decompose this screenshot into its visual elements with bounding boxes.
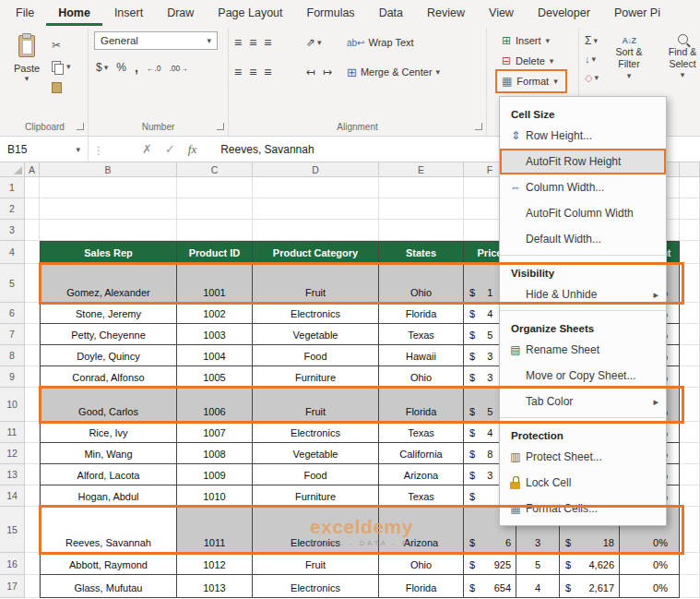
tab-formulas[interactable]: Formulas (295, 0, 367, 26)
grid-cell[interactable] (25, 575, 40, 598)
cell-C16[interactable]: 1012 (177, 553, 253, 575)
align-top-button[interactable] (234, 35, 242, 50)
grid-cell[interactable] (25, 241, 40, 264)
cell-B10[interactable]: Good, Carlos (40, 388, 177, 422)
cell-B12[interactable]: Min, Wang (40, 443, 177, 464)
cell-E16[interactable]: Ohio (379, 553, 464, 575)
grid-cell[interactable] (177, 177, 253, 198)
row-header-4[interactable]: 4 (0, 241, 25, 264)
grid-cell[interactable] (379, 198, 464, 220)
clear-button[interactable]: ▾ (585, 70, 599, 85)
cell-E17[interactable]: Florida (379, 575, 464, 598)
tab-insert[interactable]: Insert (102, 0, 155, 26)
cell-E5[interactable]: Ohio (379, 264, 464, 303)
paste-button[interactable]: Paste ▾ (7, 31, 46, 95)
tab-data[interactable]: Data (367, 0, 415, 26)
grid-cell[interactable] (40, 220, 177, 241)
cell-C9[interactable]: 1005 (177, 366, 253, 388)
grid-cell[interactable] (680, 220, 700, 241)
menu-item-autofit-column-width[interactable]: AutoFit Column Width (500, 200, 666, 226)
cell-D7[interactable]: Vegetable (253, 324, 379, 345)
fill-button[interactable]: ▾ (585, 52, 599, 66)
increase-indent-button[interactable] (323, 65, 332, 79)
percent-style-button[interactable] (116, 60, 126, 75)
menu-item-row-height[interactable]: Row Height... (500, 123, 666, 149)
cell-C15[interactable]: 1011 (177, 507, 253, 553)
row-header-3[interactable]: 3 (0, 220, 25, 241)
cell-E13[interactable]: Arizona (379, 464, 464, 485)
cell-D17[interactable]: Electronics (253, 575, 379, 598)
insert-button[interactable]: Insert▾ (498, 31, 564, 50)
cell-C17[interactable]: 1013 (177, 575, 253, 598)
row-header-1[interactable]: 1 (0, 177, 25, 198)
comma-style-button[interactable] (135, 60, 138, 75)
name-box[interactable]: B15 ▾ (0, 137, 89, 162)
column-header-a[interactable]: A (25, 162, 40, 177)
row-header-8[interactable]: 8 (0, 345, 25, 366)
row-header-13[interactable]: 13 (0, 464, 25, 485)
grid-cell[interactable] (25, 443, 40, 464)
align-middle-button[interactable] (249, 35, 256, 50)
grid-cell[interactable] (680, 464, 700, 485)
tab-power-pi[interactable]: Power Pi (602, 0, 672, 26)
cell-E10[interactable]: Florida (379, 388, 464, 422)
grid-cell[interactable] (680, 241, 700, 264)
sort-filter-button[interactable]: Sort & Filter▾ (606, 31, 652, 85)
tab-home[interactable]: Home (46, 0, 102, 26)
grid-cell[interactable] (177, 198, 253, 220)
grid-cell[interactable] (680, 264, 700, 303)
menu-item-lock-cell[interactable]: Lock Cell (500, 470, 666, 496)
cell-B8[interactable]: Doyle, Quincy (40, 345, 177, 366)
cell-E9[interactable]: Ohio (379, 366, 464, 388)
menu-item-rename-sheet[interactable]: Rename Sheet (500, 337, 666, 363)
tab-draw[interactable]: Draw (155, 0, 206, 26)
row-header-16[interactable]: 16 (0, 553, 25, 575)
accounting-format-button[interactable]: ▾ (96, 60, 108, 75)
row-header-2[interactable]: 2 (0, 198, 25, 220)
cell-C11[interactable]: 1007 (177, 422, 253, 443)
grid-cell[interactable] (680, 485, 700, 507)
cell-E11[interactable]: Texas (379, 422, 464, 443)
grid-cell[interactable] (25, 198, 40, 220)
select-all-corner[interactable] (0, 162, 25, 177)
grid-cell[interactable] (680, 177, 700, 198)
decrease-indent-button[interactable] (306, 65, 315, 79)
grid-cell[interactable] (25, 464, 40, 485)
grid-cell[interactable] (25, 507, 40, 553)
row-header-17[interactable]: 17 (0, 575, 25, 598)
cell-C10[interactable]: 1006 (177, 388, 253, 422)
grid-cell[interactable] (379, 177, 464, 198)
cell-F16[interactable]: $925 (464, 553, 516, 575)
grid-cell[interactable] (40, 198, 177, 220)
cell-H17[interactable]: $2,617 (560, 575, 620, 598)
cell-E12[interactable]: California (379, 443, 464, 464)
cell-B9[interactable]: Conrad, Alfonso (40, 366, 177, 388)
cell-I17[interactable]: 0% (620, 575, 680, 598)
clipboard-dialog-launcher[interactable] (77, 123, 84, 130)
cell-D14[interactable]: Furniture (253, 485, 379, 507)
cell-B17[interactable]: Glass, Mufutau (40, 575, 177, 598)
alignment-dialog-launcher[interactable] (475, 123, 482, 130)
active-cell[interactable]: Reeves, Savannah (40, 507, 177, 553)
menu-item-column-width[interactable]: Column Width... (500, 174, 666, 200)
cell-C7[interactable]: 1003 (177, 324, 253, 345)
wrap-text-button[interactable]: Wrap Text (347, 37, 481, 48)
align-left-button[interactable] (234, 65, 242, 79)
grid-cell[interactable] (25, 324, 40, 345)
grid-cell[interactable] (680, 575, 700, 598)
cell-D5[interactable]: Fruit (253, 264, 379, 303)
format-painter-button[interactable] (52, 80, 71, 95)
row-header-15[interactable]: 15 (0, 507, 25, 553)
grid-cell[interactable] (680, 443, 700, 464)
cell-C5[interactable]: 1001 (177, 264, 253, 303)
cell-D6[interactable]: Electronics (253, 303, 379, 324)
grid-cell[interactable] (25, 422, 40, 443)
menu-item-protect-sheet[interactable]: Protect Sheet... (500, 444, 666, 470)
grid-cell[interactable] (40, 177, 177, 198)
grid-cell[interactable] (680, 198, 700, 220)
grid-cell[interactable] (25, 366, 40, 388)
grid-cell[interactable] (379, 220, 464, 241)
grid-cell[interactable] (25, 345, 40, 366)
grid-cell[interactable] (25, 177, 40, 198)
merge-center-button[interactable]: Merge & Center▾ (347, 66, 481, 79)
